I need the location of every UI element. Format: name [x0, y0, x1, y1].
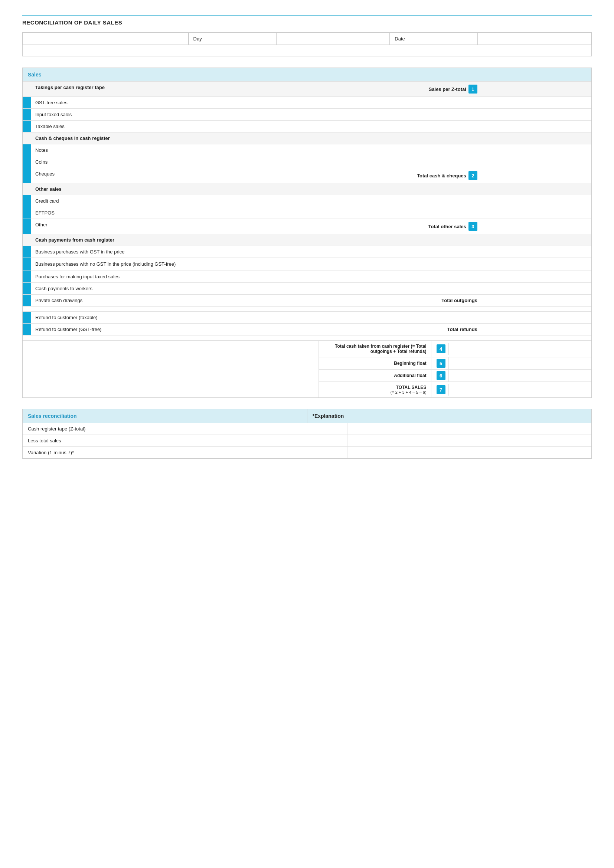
refund-taxable-indicator [23, 312, 31, 323]
variation-value[interactable] [220, 447, 347, 458]
sales-per-z-value[interactable] [482, 82, 591, 96]
badge-6-cell: 6 [431, 370, 449, 381]
refund-taxable-right [328, 312, 482, 323]
input-taxed-value[interactable] [218, 109, 328, 120]
refund-taxable-value[interactable] [218, 312, 328, 323]
biz-gst-value[interactable] [218, 246, 328, 257]
notes-row: Notes [23, 144, 591, 156]
summary-left-empty [23, 341, 319, 397]
cash-workers-row: Cash payments to workers [23, 282, 591, 294]
other-value[interactable] [218, 219, 328, 234]
cash-register-tape-value[interactable] [220, 423, 347, 434]
total-cash-cheques-value[interactable] [482, 168, 591, 183]
additional-float-row: Additional float 6 [319, 370, 591, 382]
taxable-right [328, 121, 482, 132]
total-cash-taken-value[interactable] [449, 346, 591, 352]
coins-label: Coins [31, 156, 218, 168]
less-total-sales-value[interactable] [220, 435, 347, 446]
reconciliation-table: Sales reconciliation *Explanation Cash r… [22, 409, 592, 459]
total-refunds-value[interactable] [482, 324, 591, 335]
beginning-float-row: Beginning float 5 [319, 357, 591, 370]
cash-payments-header-row: Cash payments from cash register [23, 234, 591, 246]
biz-no-gst-label: Business purchases with no GST in the pr… [31, 258, 218, 271]
cash-register-tape-label: Cash register tape (Z-total) [23, 423, 220, 434]
badge-2: 2 [468, 171, 478, 180]
biz-no-gst-row: Business purchases with no GST in the pr… [23, 257, 591, 271]
notes-label: Notes [31, 144, 218, 156]
biz-gst-indicator [23, 246, 31, 257]
badge-4-cell: 4 [431, 343, 449, 355]
cheques-row: Cheques Total cash & cheques 2 [23, 168, 591, 183]
other-row: Other Total other sales 3 [23, 219, 591, 234]
spacer-row-2 [23, 335, 591, 340]
sales-per-z-label: Sales per Z-total [429, 87, 466, 92]
total-outgoings-label: Total outgoings [441, 298, 478, 303]
total-outgoings-value[interactable] [482, 294, 591, 306]
credit-card-label: Credit card [31, 195, 218, 207]
badge-6: 6 [437, 371, 445, 380]
taxable-row: Taxable sales [23, 120, 591, 132]
additional-float-value[interactable] [449, 373, 591, 378]
total-cash-taken-row: Total cash taken from cash register (= T… [319, 341, 591, 357]
takings-row: Takings per cash register tape Sales per… [23, 81, 591, 96]
eftpos-label: EFTPOS [31, 207, 218, 219]
purchases-input-label: Purchases for making input taxed sales [31, 271, 218, 282]
total-sales-formula: (= 2 + 3 + 4 – 5 – 6) [323, 390, 426, 394]
badge-3: 3 [468, 222, 478, 231]
eftpos-right-value [482, 207, 591, 219]
additional-float-label: Additional float [319, 370, 431, 381]
day-label: Day [189, 33, 276, 45]
recon-section-header: Sales reconciliation *Explanation [23, 409, 591, 423]
beginning-float-value[interactable] [449, 360, 591, 366]
credit-card-value[interactable] [218, 195, 328, 207]
gst-free-value[interactable] [218, 97, 328, 108]
cash-workers-label: Cash payments to workers [31, 283, 218, 294]
refund-taxable-label: Refund to customer (taxable) [31, 312, 218, 323]
takings-value[interactable] [218, 82, 328, 96]
gst-free-right [328, 97, 482, 108]
cash-workers-value[interactable] [218, 283, 328, 294]
refund-gst-free-value[interactable] [218, 324, 328, 335]
page-title: RECONCILIATION OF DAILY SALES [22, 19, 592, 26]
total-other-sales-label: Total other sales [428, 224, 466, 229]
total-other-sales-value[interactable] [482, 219, 591, 234]
taxable-label: Taxable sales [31, 121, 218, 132]
taxable-right-value [482, 121, 591, 132]
day-value[interactable] [276, 33, 390, 45]
gst-free-right-value [482, 97, 591, 108]
biz-no-gst-right-value [482, 258, 591, 271]
total-sales-label: TOTAL SALES [323, 385, 426, 390]
less-total-sales-label: Less total sales [23, 435, 220, 446]
refund-gst-free-label: Refund to customer (GST-free) [31, 324, 218, 335]
date-value[interactable] [478, 33, 591, 45]
cash-cheques-header: Cash & cheques in cash register [31, 132, 218, 144]
purchases-input-value[interactable] [218, 271, 328, 282]
coins-value[interactable] [218, 156, 328, 168]
variation-explanation [347, 447, 591, 458]
badge-5: 5 [437, 359, 445, 368]
credit-card-right [328, 195, 482, 207]
total-refunds-label: Total refunds [447, 327, 477, 332]
private-drawings-indicator [23, 294, 31, 306]
refund-gst-free-indicator [23, 324, 31, 335]
credit-card-indicator [23, 195, 31, 207]
eftpos-value[interactable] [218, 207, 328, 219]
private-drawings-value[interactable] [218, 294, 328, 306]
cash-workers-right [328, 283, 482, 294]
taxable-value[interactable] [218, 121, 328, 132]
sales-section-header: Sales [23, 68, 591, 81]
variation-row: Variation (1 minus 7)* [23, 446, 591, 458]
credit-card-row: Credit card [23, 195, 591, 207]
total-cash-cheques-label: Total cash & cheques [417, 173, 466, 178]
cheques-value[interactable] [218, 168, 328, 183]
recon-section-label: Sales reconciliation [23, 409, 307, 423]
cheques-indicator [23, 168, 31, 183]
biz-no-gst-value[interactable] [218, 258, 328, 271]
total-sales-label-cell: TOTAL SALES (= 2 + 3 + 4 – 5 – 6) [319, 382, 431, 397]
notes-value[interactable] [218, 144, 328, 156]
badge-7-cell: 7 [431, 384, 449, 395]
explanation-label: *Explanation [307, 409, 592, 423]
taxable-indicator [23, 121, 31, 132]
total-sales-value[interactable] [449, 387, 591, 393]
eftpos-indicator [23, 207, 31, 219]
